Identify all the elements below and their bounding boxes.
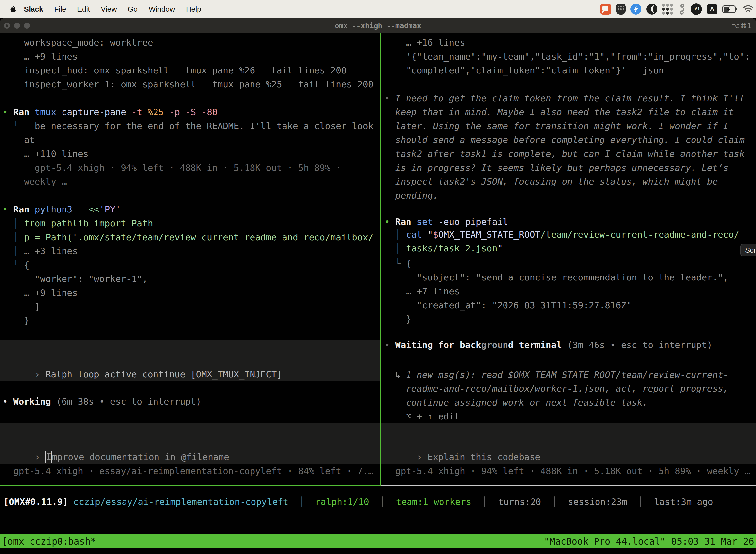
terminal-window: omx --xhigh --madmax ⌥⌘1 › Ralph loop ac… <box>0 18 756 554</box>
count-badge-icon[interactable]: ..61 <box>691 3 702 15</box>
menu-item[interactable]: Edit <box>77 5 90 13</box>
terminal-line: • Working (6m 38s • esc to interrupt) <box>2 395 201 408</box>
terminal-line: keep that in mind. Maybe I also need the… <box>384 105 734 119</box>
terminal-line: └ be necessary for the end of the README… <box>2 119 374 133</box>
window-title: omx --xhigh --madmax <box>0 18 756 33</box>
blue-badge-icon[interactable] <box>630 4 641 15</box>
menu-bar-status-icons: ..61 A <box>600 0 754 18</box>
menu-item[interactable]: View <box>101 5 117 13</box>
terminal-line: } <box>2 314 29 328</box>
ralph-loop-notice: › Ralph loop active continue [OMX_TMUX_I… <box>2 353 282 367</box>
terminal-line: … +16 lines <box>384 36 465 50</box>
terminal-line: └ { <box>2 258 29 272</box>
terminal-line: ] <box>2 300 40 314</box>
terminal-line: [OMX#0.11.9] cczip/essay/ai-reimplementa… <box>3 495 713 509</box>
left-pane-bottom-border <box>0 486 381 486</box>
dots-grid-icon[interactable] <box>662 4 673 15</box>
crescent-app-icon[interactable] <box>646 4 657 15</box>
prompt-placeholder: Explain this codebase <box>427 452 540 462</box>
terminal-line: inspect_worker-1: omx sparkshell --tmux-… <box>2 77 374 91</box>
terminal-line: weekly … <box>2 175 67 189</box>
menu-item[interactable]: Go <box>128 5 138 13</box>
terminal-line: • Ran set -euo pipefail <box>384 215 508 229</box>
menu-bar: Slack FileEditViewGoWindowHelp ..61 A <box>0 0 756 18</box>
right-pane[interactable]: › Explain this codebase … +16 lines '{"t… <box>381 33 756 486</box>
terminal-line: later. Using the same for transition mig… <box>384 119 729 133</box>
battery-icon[interactable] <box>722 5 738 13</box>
pane-divider[interactable] <box>380 33 381 486</box>
terminal-line: • Ran tmux capture-pane -t %25 -p -S -80 <box>2 105 217 119</box>
screen-tooltip: Scre <box>740 244 756 257</box>
text-cursor[interactable]: I <box>45 451 52 463</box>
terminal-line: gpt-5.4 xhigh · 94% left · 488K in · 5.1… <box>2 161 341 175</box>
terminal-line: … +7 lines <box>384 284 460 298</box>
terminal-line: at <box>2 133 35 147</box>
terminal-line: │ p = Path('.omx/state/team/review-curre… <box>2 230 374 244</box>
shield-grid-icon[interactable] <box>616 4 626 15</box>
menu-item[interactable]: Window <box>148 5 175 13</box>
terminal-line: │ … +3 lines <box>2 244 78 258</box>
terminal-line: … +9 lines <box>2 50 78 63</box>
menu-items: FileEditViewGoWindowHelp <box>54 5 201 13</box>
terminal-line: • Ran python3 - <<'PY' <box>2 203 121 216</box>
terminal-line: └ { <box>384 257 411 271</box>
squiggle-icon[interactable] <box>678 3 686 15</box>
right-pane-bottom-border <box>381 486 756 486</box>
terminal-line: should send a message before completing … <box>384 133 745 147</box>
terminal-line: pending. <box>384 189 438 203</box>
prompt-input[interactable]: › Improve documentation in @filename <box>2 436 229 450</box>
terminal-line: workspace_mode: worktree <box>2 36 153 50</box>
prompt-input[interactable]: › Explain this codebase <box>384 436 541 450</box>
terminal-line: │ tasks/task-2.json" <box>384 241 503 256</box>
terminal-line: gpt-5.4 xhigh · 94% left · 488K in · 5.1… <box>384 464 750 478</box>
tmux-session-label: [omx-cczip0:bash* <box>2 536 96 547</box>
a-badge-icon[interactable]: A <box>707 4 717 14</box>
prompt-chevron-icon: › <box>417 452 427 462</box>
window-shortcut-badge: ⌥⌘1 <box>732 18 752 33</box>
terminal-line: │ cat "$OMX_TEAM_STATE_ROOT/team/review-… <box>384 228 739 241</box>
terminal-line: readme-and-reco/mailbox/worker-1.json, a… <box>384 382 729 396</box>
omx-status-line: [OMX#0.11.9] cczip/essay/ai-reimplementa… <box>3 495 753 509</box>
prompt-chevron-icon: › <box>35 452 45 462</box>
terminal-line: • I need to get the claim token from the… <box>384 91 745 105</box>
terminal-line: inspect task2's JSON, focusing on the st… <box>384 175 718 189</box>
tmux-host-clock: "MacBook-Pro-44.local" 05:03 31-Mar-26 <box>544 536 754 547</box>
terminal-line: '{"team_name":"my-team","task_id":"1","f… <box>384 50 750 63</box>
terminal-line: } <box>384 312 411 326</box>
terminal-line: is in progress? It seems likely but perh… <box>384 161 729 175</box>
tmux-status-bar: [omx-cczip0:bash* "MacBook-Pro-44.local"… <box>0 535 756 548</box>
chevron-icon: › <box>35 369 45 379</box>
menu-item[interactable]: Help <box>186 5 201 13</box>
wifi-icon[interactable] <box>743 5 754 13</box>
terminal-line: continue assigned work or next feasible … <box>384 396 648 409</box>
terminal-line: │ from pathlib import Path <box>2 216 153 230</box>
chat-app-icon[interactable] <box>600 4 611 15</box>
menu-item[interactable]: File <box>54 5 66 13</box>
terminal-line: … +9 lines <box>2 286 78 300</box>
terminal-line: ⌥ + ↑ edit <box>384 409 460 424</box>
terminal-line: "worker": "worker-1", <box>2 272 147 286</box>
terminal-line: inspect_hud: omx sparkshell --tmux-pane … <box>2 63 346 77</box>
window-title-bar[interactable]: omx --xhigh --madmax ⌥⌘1 <box>0 18 756 33</box>
terminal-line: "created_at": "2026-03-31T11:59:27.816Z" <box>384 298 632 312</box>
terminal-line: "subject": "send a concise recommendatio… <box>384 271 729 284</box>
prompt-placeholder: mprove documentation in @filename <box>52 452 229 462</box>
active-app-name[interactable]: Slack <box>24 5 43 13</box>
left-pane[interactable]: › Ralph loop active continue [OMX_TMUX_I… <box>0 33 380 486</box>
terminal-line: task2 after task1 is complete, but can I… <box>384 147 745 161</box>
terminal-line: … +110 lines <box>2 147 88 161</box>
terminal-line: gpt-5.4 xhigh · essay/ai-reimplementatio… <box>2 464 374 478</box>
terminal-line: • Waiting for background terminal (3m 46… <box>384 338 712 352</box>
apple-menu-icon[interactable] <box>10 5 17 13</box>
terminal-line: ↳ 1 new msg(s): read $OMX_TEAM_STATE_ROO… <box>384 368 729 382</box>
terminal-line: "completed","claim_token":"claim-token"}… <box>384 63 664 77</box>
